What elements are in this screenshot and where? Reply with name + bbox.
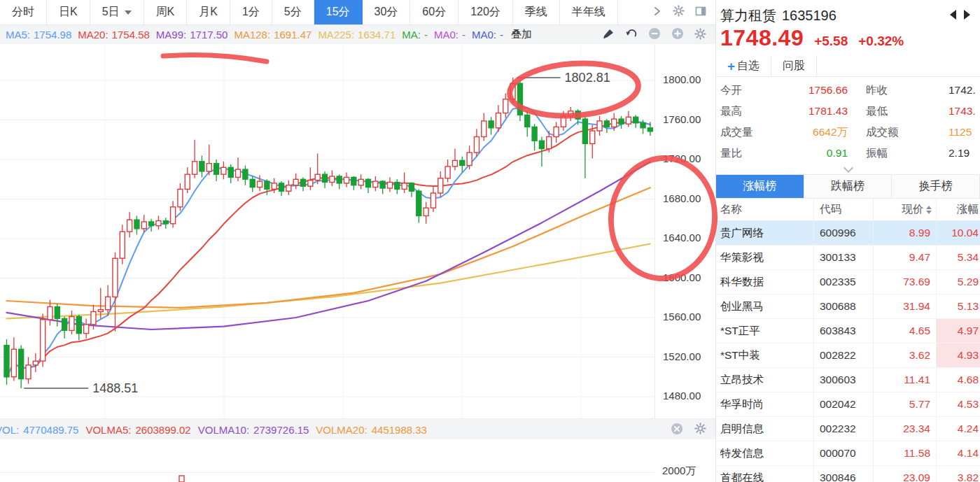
undo-icon[interactable] xyxy=(625,28,638,42)
zoom-out-icon[interactable] xyxy=(648,27,661,42)
header-price[interactable]: 现价 xyxy=(874,199,937,220)
volume-plot[interactable] xyxy=(0,439,715,482)
brush-icon[interactable] xyxy=(602,28,615,42)
period-tab-label: 半年线 xyxy=(572,5,606,20)
rank-tab-2[interactable]: 换手榜 xyxy=(892,175,980,198)
settings-icon[interactable] xyxy=(673,5,685,20)
period-tab-4[interactable]: 月K xyxy=(187,0,230,24)
table-row-7[interactable]: 华孚时尚0020425.774.53 xyxy=(716,392,980,417)
ma-number: 1754.98 xyxy=(34,29,71,41)
header-change[interactable]: 涨幅 xyxy=(937,199,980,220)
ma-value-0: MA5:1754.98 xyxy=(6,29,71,41)
period-tab-8[interactable]: 30分 xyxy=(363,0,411,24)
price-axis-label: 1680.00 xyxy=(663,192,701,204)
ma-value-2: MA99:1717.50 xyxy=(156,29,228,41)
svg-text:1802.81: 1802.81 xyxy=(565,71,610,85)
ma-label: MA0: xyxy=(434,29,458,41)
table-row-3[interactable]: 创业黑马30068831.945.13 xyxy=(716,295,980,319)
table-row-2[interactable]: 科华数据00233573.695.29 xyxy=(716,270,980,295)
zoom-in-icon[interactable] xyxy=(671,27,684,42)
table-row-5[interactable]: *ST中装0028223.624.93 xyxy=(716,343,980,368)
table-row-9[interactable]: 特发信息00007011.584.14 xyxy=(716,441,980,466)
stock-name: 算力租赁 xyxy=(720,8,776,23)
chevron-right-icon[interactable] xyxy=(652,6,662,20)
table-row-0[interactable]: 贵广网络6009968.9910.04 xyxy=(716,221,980,246)
header-code[interactable]: 代码 xyxy=(814,199,874,220)
price-row: 1748.49 +5.58 +0.32% xyxy=(716,24,980,52)
period-tab-2[interactable]: 5日 xyxy=(90,0,144,24)
stat-value: 1125 xyxy=(939,126,980,139)
cell-change: 4.93 xyxy=(937,343,980,367)
ma-label: MA0: xyxy=(472,29,496,41)
stock-info-panel: 算力租赁1635196 1748.49 +5.58 +0.32% + 自选 问股… xyxy=(716,0,980,482)
cell-change: 4.24 xyxy=(937,417,980,441)
ma-label: MA: xyxy=(402,29,421,41)
rank-tab-1[interactable]: 跌幅榜 xyxy=(804,175,892,198)
ma-indicator-bar: MA5:1754.98MA20:1754.58MA99:1717.50MA128… xyxy=(0,25,715,45)
period-tab-10[interactable]: 120分 xyxy=(458,0,513,24)
cell-change: 4.53 xyxy=(937,392,980,416)
cell-name: 贵广网络 xyxy=(716,221,814,245)
period-tab-0[interactable]: 分时 xyxy=(0,0,47,24)
period-tab-5[interactable]: 1分 xyxy=(230,0,272,24)
vol-value-2: VOLMA10:2739726.15 xyxy=(198,424,309,436)
stock-title-row: 算力租赁1635196 xyxy=(716,0,980,24)
ma-value-7: MA0:- xyxy=(472,29,503,41)
cell-name: *ST正平 xyxy=(716,319,814,343)
next-stock-arrow-icon[interactable] xyxy=(964,10,970,20)
candlestick-chart[interactable]: 1802.811488.51 xyxy=(0,44,715,421)
header-price-label: 现价 xyxy=(902,202,923,217)
table-row-1[interactable]: 华策影视3001339.475.34 xyxy=(716,246,980,270)
table-row-4[interactable]: *ST正平6038434.654.97 xyxy=(716,319,980,343)
price-axis-label: 1640.00 xyxy=(663,232,701,243)
period-tab-6[interactable]: 5分 xyxy=(272,0,314,24)
prev-stock-arrow-icon[interactable] xyxy=(950,10,956,20)
table-row-8[interactable]: 启明信息00223223.344.24 xyxy=(716,417,980,441)
indicator-settings-icon[interactable] xyxy=(694,28,706,42)
stat-label: 今开 xyxy=(720,83,765,98)
cell-code: 600996 xyxy=(814,221,874,245)
ask-stock-button[interactable]: 问股 xyxy=(771,55,817,76)
table-row-10[interactable]: 首都在线30084623.093.82 xyxy=(716,466,980,482)
sort-icon[interactable] xyxy=(926,206,932,214)
vol-label: VOLMA5: xyxy=(85,424,131,436)
rank-tab-0[interactable]: 涨幅榜 xyxy=(716,175,804,198)
collapse-stats-chevron-icon[interactable] xyxy=(845,164,852,171)
cell-price: 73.69 xyxy=(874,270,937,294)
cell-change: 5.13 xyxy=(937,295,980,318)
table-row-6[interactable]: 立昂技术30060311.414.68 xyxy=(716,368,980,392)
price-change-pct: +0.32% xyxy=(858,34,904,49)
vol-value-1: VOLMA5:2603899.02 xyxy=(85,424,190,436)
vol-number: 4770489.75 xyxy=(23,424,78,436)
cell-change: 10.04 xyxy=(937,221,980,245)
price-axis-label: 1760.00 xyxy=(663,113,701,125)
volume-settings-icon[interactable] xyxy=(694,423,706,437)
period-tab-label: 季线 xyxy=(525,5,547,20)
stat-label: 量比 xyxy=(720,146,765,161)
ma-number: 1691.47 xyxy=(274,29,312,41)
cell-change: 4.14 xyxy=(937,441,980,465)
add-watchlist-button[interactable]: + 自选 xyxy=(716,55,771,76)
period-tab-12[interactable]: 半年线 xyxy=(560,0,618,24)
header-name[interactable]: 名称 xyxy=(716,199,814,220)
cell-name: 华孚时尚 xyxy=(716,392,814,416)
period-tab-1[interactable]: 日K xyxy=(47,0,90,24)
period-tab-9[interactable]: 60分 xyxy=(410,0,458,24)
overlay-label[interactable]: 叠加 xyxy=(511,28,532,41)
cell-name: 科华数据 xyxy=(716,270,814,294)
cell-code: 002232 xyxy=(814,417,874,441)
period-tab-7[interactable]: 15分 xyxy=(314,0,363,24)
close-icon[interactable] xyxy=(671,423,683,437)
layout-split-icon[interactable] xyxy=(695,6,706,20)
cell-price: 31.94 xyxy=(874,295,937,318)
ma-values: MA5:1754.98MA20:1754.58MA99:1717.50MA128… xyxy=(6,29,510,41)
period-tab-3[interactable]: 周K xyxy=(144,0,188,24)
ma-number: 1754.58 xyxy=(112,29,150,41)
ma-value-1: MA20:1754.58 xyxy=(78,29,150,41)
price-axis-label: 1520.00 xyxy=(663,350,701,362)
ma-number: - xyxy=(424,29,428,41)
ma-value-4: MA225:1634.71 xyxy=(318,29,396,41)
vol-number: 4451988.33 xyxy=(372,424,427,436)
period-tab-11[interactable]: 季线 xyxy=(513,0,560,24)
stock-nav-arrows xyxy=(950,10,970,20)
